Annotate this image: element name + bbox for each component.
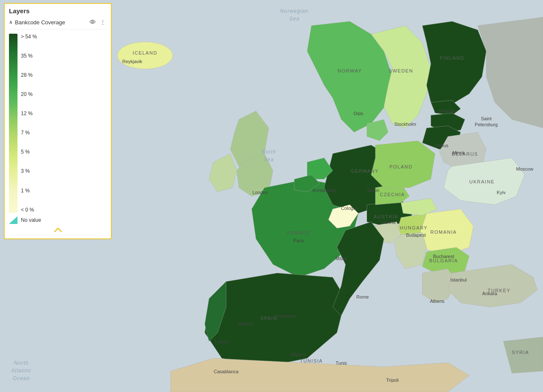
chevron-icon: ∧	[9, 19, 13, 25]
legend-label-0: > 54 %	[21, 34, 37, 40]
visibility-icon[interactable]	[88, 18, 97, 26]
color-bar	[9, 34, 17, 213]
no-value-row: No value	[9, 216, 107, 224]
layer-header: ∧ Bankcode Coverage ⋮	[9, 18, 107, 29]
legend-label-2: 28 %	[21, 72, 37, 78]
layer-name: Bankcode Coverage	[15, 19, 65, 26]
legend-label-6: 5 %	[21, 149, 37, 155]
svg-point-2	[92, 21, 93, 23]
legend-label-7: 3 %	[21, 168, 37, 174]
layer-name-row: ∧ Bankcode Coverage	[9, 19, 65, 26]
layers-panel: Layers ∧ Bankcode Coverage ⋮ > 54 % 35 %…	[4, 3, 112, 239]
legend-labels: > 54 % 35 % 28 % 20 % 12 % 7 % 5 % 3 % 1…	[21, 34, 37, 213]
collapse-button[interactable]	[9, 226, 107, 234]
color-bar-container	[9, 34, 17, 213]
no-value-label: No value	[21, 217, 41, 223]
legend-label-1: 35 %	[21, 53, 37, 59]
legend-label-9: < 0 %	[21, 207, 37, 213]
svg-point-1	[117, 42, 173, 69]
legend-label-4: 12 %	[21, 110, 37, 116]
legend-label-3: 20 %	[21, 91, 37, 97]
more-options-icon[interactable]: ⋮	[99, 18, 107, 26]
legend: > 54 % 35 % 28 % 20 % 12 % 7 % 5 % 3 % 1…	[9, 34, 107, 213]
legend-label-5: 7 %	[21, 130, 37, 136]
layers-title: Layers	[9, 7, 107, 15]
legend-label-8: 1 %	[21, 188, 37, 194]
layer-icons: ⋮	[88, 18, 107, 26]
no-value-swatch	[9, 216, 17, 224]
